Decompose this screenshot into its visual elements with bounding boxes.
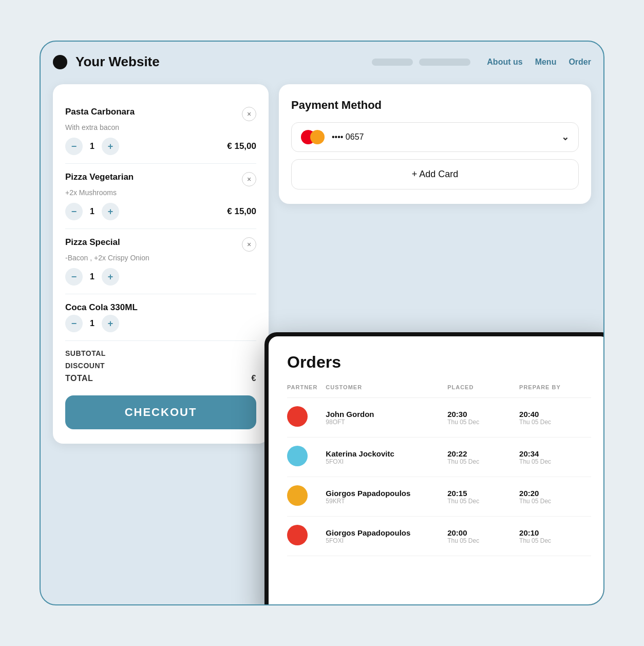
placed-time-0: 20:30 <box>447 410 519 419</box>
prepare-time-3: 20:10 <box>519 528 591 537</box>
nav-pill-1 <box>372 59 413 66</box>
qty-plus-pasta[interactable]: + <box>102 138 119 155</box>
cart-card: Pasta Carbonara × With extra bacon − 1 +… <box>53 84 269 444</box>
placed-date-3: Thu 05 Dec <box>447 537 519 544</box>
main-frame: Your Website About us Menu Order Pasta C… <box>40 41 604 605</box>
partner-dot-cell-2 <box>287 477 326 517</box>
nav-links: About us Menu Order <box>487 58 591 67</box>
qty-num-cola: 1 <box>90 319 94 328</box>
qty-controls-pizza-veg: − 1 + <box>65 203 119 220</box>
order-row-1: Katerina Jockovitc 5FOXI 20:22 Thu 05 De… <box>287 438 591 477</box>
placed-time-1: 20:22 <box>447 449 519 458</box>
subtotal-row: SUBTOTAL <box>65 349 256 357</box>
customer-id-0: 98OFT <box>326 419 447 426</box>
item-price-pizza-veg: € 15,00 <box>227 206 256 217</box>
total-value: € <box>252 374 256 383</box>
customer-name-1: Katerina Jockovitc <box>326 449 447 458</box>
customer-id-2: 59KRT <box>326 498 447 505</box>
prepare-cell-0: 20:40 Thu 05 Dec <box>519 398 591 438</box>
customer-name-2: Giorgos Papadopoulos <box>326 489 447 498</box>
payment-title: Payment Method <box>291 99 579 112</box>
prepare-date-3: Thu 05 Dec <box>519 537 591 544</box>
customer-name-3: Giorgos Papadopoulos <box>326 528 447 537</box>
partner-dot-cell-0 <box>287 398 326 438</box>
qty-plus-pizza-special[interactable]: + <box>102 268 119 286</box>
item-name-pizza-special: Pizza Special <box>65 237 120 248</box>
prepare-time-1: 20:34 <box>519 449 591 458</box>
add-card-button[interactable]: + Add Card <box>291 159 579 189</box>
item-price-pasta: € 15,00 <box>227 141 256 151</box>
nav-link-menu[interactable]: Menu <box>535 58 557 67</box>
placed-cell-0: 20:30 Thu 05 Dec <box>447 398 519 438</box>
mastercard-icon <box>301 130 325 144</box>
prepare-time-2: 20:20 <box>519 489 591 498</box>
item-desc-pizza-special: -Bacon , +2x Crispy Onion <box>65 254 256 262</box>
orders-table: PARTNER CUSTOMER PLACED PREPARE BY John … <box>287 384 591 556</box>
qty-plus-pizza-veg[interactable]: + <box>102 203 119 220</box>
placed-cell-2: 20:15 Thu 05 Dec <box>447 477 519 517</box>
prepare-date-1: Thu 05 Dec <box>519 458 591 465</box>
partner-dot-cell-3 <box>287 517 326 556</box>
cart-item-pizza-veg: Pizza Vegetarian × +2x Mushrooms − 1 + €… <box>65 164 256 229</box>
saved-card-row[interactable]: •••• 0657 ⌄ <box>291 122 579 152</box>
qty-minus-pizza-veg[interactable]: − <box>65 203 83 220</box>
cart-item-pizza-special: Pizza Special × -Bacon , +2x Crispy Onio… <box>65 229 256 294</box>
chevron-down-icon: ⌄ <box>561 131 569 143</box>
order-row-0: John Gordon 98OFT 20:30 Thu 05 Dec 20:40… <box>287 398 591 438</box>
item-desc-pizza-veg: +2x Mushrooms <box>65 188 256 197</box>
nav-bar: Your Website About us Menu Order <box>53 54 591 70</box>
partner-dot-1 <box>287 446 308 466</box>
item-name-pizza-veg: Pizza Vegetarian <box>65 172 134 182</box>
qty-controls-pizza-special: − 1 + <box>65 268 119 286</box>
subtotal-label: SUBTOTAL <box>65 349 106 357</box>
partner-dot-3 <box>287 525 308 545</box>
placed-time-2: 20:15 <box>447 489 519 498</box>
remove-pizza-veg-button[interactable]: × <box>242 172 256 186</box>
nav-link-about[interactable]: About us <box>487 58 522 67</box>
customer-cell-1: Katerina Jockovitc 5FOXI <box>326 438 447 477</box>
prepare-cell-2: 20:20 Thu 05 Dec <box>519 477 591 517</box>
qty-num-pizza-special: 1 <box>90 272 94 281</box>
placed-date-2: Thu 05 Dec <box>447 498 519 505</box>
cart-totals: SUBTOTAL DISCOUNT TOTAL € <box>65 341 256 383</box>
placed-date-1: Thu 05 Dec <box>447 458 519 465</box>
customer-cell-3: Giorgos Papadopoulos 5FOXI <box>326 517 447 556</box>
placed-cell-3: 20:00 Thu 05 Dec <box>447 517 519 556</box>
qty-minus-pizza-special[interactable]: − <box>65 268 83 286</box>
prepare-cell-3: 20:10 Thu 05 Dec <box>519 517 591 556</box>
qty-minus-pasta[interactable]: − <box>65 138 83 155</box>
placed-cell-1: 20:22 Thu 05 Dec <box>447 438 519 477</box>
prepare-cell-1: 20:34 Thu 05 Dec <box>519 438 591 477</box>
checkout-button[interactable]: CHECKOUT <box>65 395 256 429</box>
cart-item-cola: Coca Cola 330ML − 1 + <box>65 294 256 341</box>
discount-row: DISCOUNT <box>65 362 256 370</box>
card-number: •••• 0657 <box>332 132 561 142</box>
col-prepare: PREPARE BY <box>519 384 591 398</box>
prepare-time-0: 20:40 <box>519 410 591 419</box>
nav-placeholders <box>372 59 470 66</box>
remove-pasta-button[interactable]: × <box>242 107 256 121</box>
col-partner: PARTNER <box>287 384 326 398</box>
tablet-overlay: Orders PARTNER CUSTOMER PLACED PREPARE B… <box>264 332 604 605</box>
qty-controls-pasta: − 1 + <box>65 138 119 155</box>
customer-id-1: 5FOXI <box>326 458 447 465</box>
item-desc-pasta: With extra bacon <box>65 123 256 131</box>
placed-date-0: Thu 05 Dec <box>447 419 519 426</box>
customer-cell-0: John Gordon 98OFT <box>326 398 447 438</box>
logo-dot <box>53 55 67 69</box>
qty-minus-cola[interactable]: − <box>65 315 83 332</box>
prepare-date-0: Thu 05 Dec <box>519 419 591 426</box>
orders-title: Orders <box>287 353 591 372</box>
customer-cell-2: Giorgos Papadopoulos 59KRT <box>326 477 447 517</box>
order-row-2: Giorgos Papadopoulos 59KRT 20:15 Thu 05 … <box>287 477 591 517</box>
qty-plus-cola[interactable]: + <box>102 315 119 332</box>
col-customer: CUSTOMER <box>326 384 447 398</box>
nav-pill-2 <box>419 59 470 66</box>
site-title: Your Website <box>75 54 364 70</box>
cart-item-pasta: Pasta Carbonara × With extra bacon − 1 +… <box>65 99 256 164</box>
remove-pizza-special-button[interactable]: × <box>242 237 256 252</box>
tablet-screen: Orders PARTNER CUSTOMER PLACED PREPARE B… <box>269 336 604 605</box>
prepare-date-2: Thu 05 Dec <box>519 498 591 505</box>
nav-link-order[interactable]: Order <box>569 58 591 67</box>
partner-dot-0 <box>287 406 308 427</box>
